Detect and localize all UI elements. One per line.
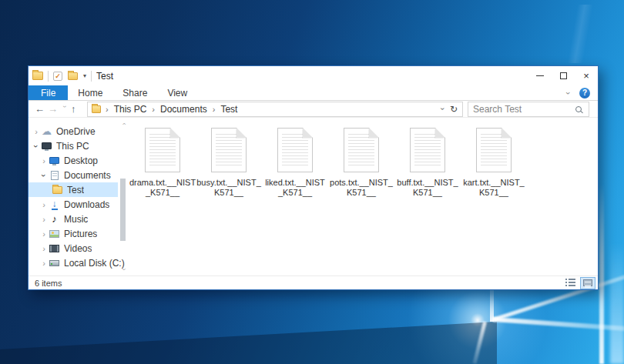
- help-icon[interactable]: ?: [579, 88, 590, 99]
- file-name: kart.txt.__NIST_K571__: [463, 178, 524, 198]
- back-button[interactable]: ←: [35, 104, 48, 114]
- page-fold-icon: [502, 128, 512, 138]
- ribbon-right-controls: › ?: [567, 85, 590, 100]
- view-switcher: [562, 277, 595, 289]
- chevron-right-icon[interactable]: ›: [40, 156, 48, 165]
- navigation-pane: › ☁ OneDrive › This PC › Desktop › Docum…: [29, 118, 128, 276]
- page-fold-icon: [170, 128, 180, 138]
- chevron-expanded-icon[interactable]: ›: [32, 142, 41, 150]
- wallpaper-beam: [493, 317, 624, 331]
- sidebar-item-onedrive[interactable]: › ☁ OneDrive: [29, 124, 128, 139]
- tab-share[interactable]: Share: [112, 85, 157, 100]
- scrollbar-thumb[interactable]: [120, 179, 126, 241]
- up-button[interactable]: ↑: [71, 104, 85, 114]
- quick-access-toolbar: ✓ ▾: [53, 72, 86, 81]
- hard-drive-icon: [49, 260, 59, 266]
- desktop: { "icons": { "chevron_right": "›", "care…: [0, 0, 624, 364]
- sidebar-item-label: This PC: [56, 141, 89, 152]
- file-name-line: kart.txt.__NIST_: [463, 178, 524, 188]
- wallpaper-beam: [610, 242, 624, 364]
- file-name: pots.txt.__NIST_K571__: [330, 178, 393, 198]
- breadcrumb-documents[interactable]: Documents: [160, 104, 207, 115]
- file-name-line: _K571__: [265, 188, 325, 198]
- file-item[interactable]: kart.txt.__NIST_K571__: [461, 128, 527, 198]
- customize-toolbar-caret-icon[interactable]: ▾: [83, 72, 86, 79]
- search-input[interactable]: [468, 104, 575, 115]
- sidebar-item-desktop[interactable]: › Desktop: [29, 153, 128, 168]
- file-item[interactable]: buff.txt.__NIST_K571__: [394, 128, 461, 198]
- caption-buttons: ×: [528, 66, 598, 85]
- explorer-app-icon: [32, 72, 43, 80]
- sidebar-item-test[interactable]: Test: [29, 182, 118, 197]
- sidebar-item-documents[interactable]: › Documents: [29, 168, 128, 182]
- chevron-right-icon[interactable]: ›: [40, 259, 48, 268]
- tab-home[interactable]: Home: [68, 85, 112, 100]
- monitor-icon: [49, 157, 59, 164]
- file-name-line: K571__: [196, 188, 261, 198]
- file-name-line: K571__: [397, 188, 458, 198]
- file-item[interactable]: pots.txt.__NIST_K571__: [328, 128, 394, 198]
- sidebar-item-label: Test: [67, 185, 84, 195]
- sidebar-item-pictures[interactable]: › Pictures: [29, 226, 128, 241]
- chevron-right-icon[interactable]: ›: [40, 200, 48, 209]
- file-name-line: busy.txt.__NIST_: [196, 178, 261, 188]
- wallpaper-beam: [532, 5, 624, 63]
- sidebar-item-music[interactable]: › ♪ Music: [29, 212, 128, 226]
- file-item[interactable]: busy.txt.__NIST_K571__: [196, 128, 262, 198]
- file-name-line: _K571__: [129, 188, 196, 198]
- wallpaper-shadow-wedge: [0, 291, 497, 364]
- file-item[interactable]: liked.txt.__NIST_K571__: [262, 128, 328, 198]
- chevron-right-icon[interactable]: ›: [40, 229, 48, 239]
- scroll-up-icon[interactable]: ›: [119, 123, 127, 125]
- file-name: buff.txt.__NIST_K571__: [397, 178, 458, 198]
- sidebar-scrollbar[interactable]: › ›: [119, 120, 127, 273]
- navigation-bar: ← → › ↑ › This PC › Documents › Test › ↻: [29, 101, 598, 118]
- file-name: drama.txt.__NIST_K571__: [129, 178, 196, 198]
- sidebar-item-label: Desktop: [64, 155, 98, 166]
- forward-button[interactable]: →: [48, 104, 61, 114]
- separator: [48, 71, 49, 82]
- minimize-button[interactable]: [528, 66, 552, 85]
- sidebar-item-videos[interactable]: › Videos: [29, 241, 128, 255]
- large-icons-view-button[interactable]: [580, 277, 595, 289]
- sidebar-item-label: Pictures: [64, 229, 97, 239]
- chevron-right-icon[interactable]: ›: [32, 127, 40, 136]
- sidebar-item-local-disk-c[interactable]: › Local Disk (C:): [29, 255, 128, 270]
- large-icons-view-icon: [583, 279, 592, 286]
- address-bar[interactable]: › This PC › Documents › Test › ↻: [87, 102, 463, 117]
- tab-view[interactable]: View: [157, 85, 197, 100]
- new-folder-icon[interactable]: [68, 72, 78, 80]
- file-name-line: pots.txt.__NIST_: [330, 178, 393, 188]
- search-icon[interactable]: [575, 106, 582, 112]
- sidebar-item-downloads[interactable]: › ↓ Downloads: [29, 197, 128, 212]
- maximize-button[interactable]: [552, 66, 575, 85]
- file-item[interactable]: drama.txt.__NIST_K571__: [129, 128, 196, 198]
- refresh-icon[interactable]: ↻: [450, 104, 458, 115]
- breadcrumb-test[interactable]: Test: [220, 104, 237, 115]
- chevron-expanded-icon[interactable]: ›: [39, 172, 49, 179]
- sidebar-item-label: Downloads: [64, 199, 109, 210]
- file-name-line: K571__: [463, 188, 524, 198]
- page-fold-icon: [237, 128, 247, 138]
- folder-icon: [92, 105, 101, 113]
- properties-icon[interactable]: ✓: [53, 72, 62, 81]
- chevron-right-icon[interactable]: ›: [40, 215, 48, 224]
- recent-locations-icon[interactable]: ›: [61, 105, 69, 113]
- page-fold-icon: [369, 128, 379, 138]
- address-dropdown-icon[interactable]: ›: [438, 108, 447, 110]
- breadcrumb-this-pc[interactable]: This PC: [114, 104, 147, 115]
- details-view-button[interactable]: [562, 277, 578, 289]
- tab-file[interactable]: File: [29, 85, 68, 100]
- chevron-right-icon[interactable]: ›: [40, 244, 48, 253]
- document-icon: [51, 171, 59, 180]
- titlebar[interactable]: ✓ ▾ Test ×: [29, 66, 598, 85]
- expand-ribbon-icon[interactable]: ›: [564, 92, 573, 95]
- sidebar-item-label: Music: [64, 214, 88, 225]
- search-box: [468, 102, 589, 117]
- breadcrumb-separator-icon: ›: [213, 105, 216, 114]
- film-icon: [49, 245, 59, 252]
- sidebar-item-this-pc[interactable]: › This PC: [29, 139, 128, 153]
- scroll-down-icon[interactable]: ›: [119, 269, 127, 271]
- file-list[interactable]: drama.txt.__NIST_K571__ busy.txt.__NIST_…: [128, 118, 598, 276]
- close-button[interactable]: ×: [575, 66, 598, 85]
